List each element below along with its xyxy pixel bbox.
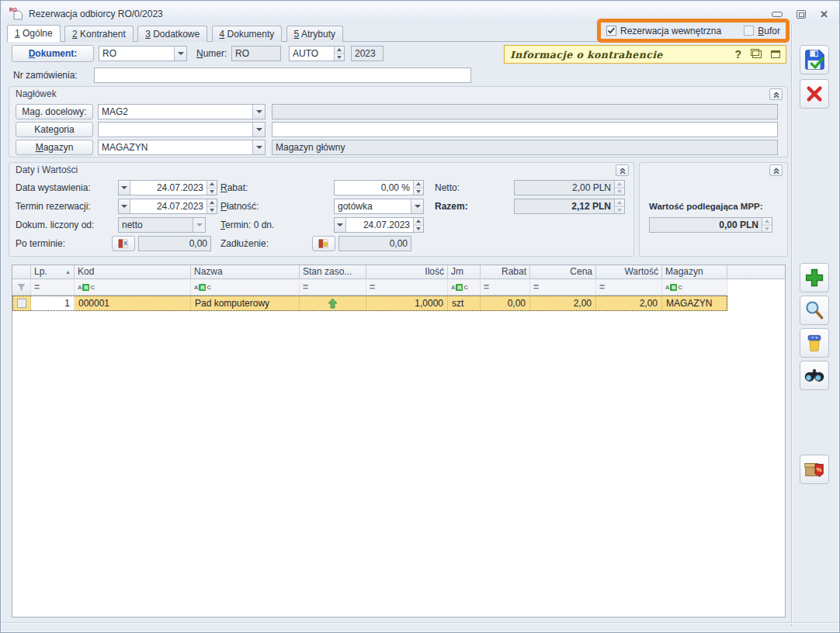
chevron-down-icon[interactable]: [174, 47, 186, 61]
filter-cell-magazyn[interactable]: ABC: [662, 279, 727, 296]
cell-lp: 1: [31, 296, 75, 311]
kategoria-button[interactable]: Kategoria: [16, 122, 93, 137]
edit-item-button[interactable]: [800, 296, 829, 325]
save-button[interactable]: [800, 45, 829, 74]
data-wystawienia-datepicker[interactable]: 24.07.2023: [118, 180, 217, 195]
magnifier-icon: [804, 299, 825, 321]
calendar-dropdown-icon[interactable]: [119, 199, 130, 213]
grid-row[interactable]: 1000001Pad komputerowy1,0000szt0,002,002…: [12, 296, 727, 311]
add-item-button[interactable]: [800, 263, 829, 292]
tab-dokumenty[interactable]: 4 Dokumenty: [212, 26, 283, 42]
spinner-icon[interactable]: [413, 218, 423, 232]
cell-sel: [12, 296, 31, 311]
filter-cell-jm[interactable]: ABC: [448, 279, 481, 296]
column-header-wartosc[interactable]: Wartość: [596, 265, 662, 279]
filter-cell-ilosc[interactable]: =: [366, 279, 448, 296]
grid-filter-row: =ABCABC==ABC===ABC: [12, 279, 785, 296]
collapse-daty-button[interactable]: [616, 164, 629, 176]
filter-cell-wartosc[interactable]: =: [596, 279, 662, 296]
calendar-dropdown-icon[interactable]: [335, 218, 346, 232]
order-number-label: Nr zamówienia:: [13, 70, 78, 81]
po-terminie-report-button[interactable]: [112, 236, 135, 251]
collapse-mpp-button[interactable]: [769, 164, 783, 176]
mag-docelowy-combo[interactable]: MAG2: [98, 104, 266, 119]
daty-title: Daty i Wartości: [16, 164, 78, 175]
spinner-icon[interactable]: [413, 181, 423, 195]
contractor-info-banner[interactable]: Informacje o kontrahencie ?: [504, 45, 786, 64]
chevron-down-icon[interactable]: [252, 105, 265, 119]
mpp-label: Wartość podlegająca MPP:: [649, 202, 763, 211]
restore-icon[interactable]: [797, 10, 806, 19]
find-item-button[interactable]: [800, 361, 829, 390]
calendar-dropdown-icon[interactable]: [119, 181, 130, 195]
internal-reservation-label: Rezerwacja wewnętrzna: [620, 26, 721, 36]
naglowek-title: Nagłówek: [16, 88, 57, 99]
column-header-stan[interactable]: Stan zaso...: [300, 265, 366, 279]
dokum-liczony-label: Dokum. liczony od:: [16, 220, 94, 230]
column-header-cena[interactable]: Cena: [530, 265, 596, 279]
filter-cell-kod[interactable]: ABC: [75, 279, 191, 296]
column-header-magazyn[interactable]: Magazyn: [662, 265, 727, 279]
column-header-nazwa[interactable]: Nazwa: [191, 265, 300, 279]
filter-cell-sel[interactable]: [12, 279, 31, 296]
help-icon[interactable]: ?: [734, 48, 741, 61]
minimize-icon[interactable]: [772, 12, 783, 17]
tab-kontrahent[interactable]: 2 Kontrahent: [64, 26, 134, 42]
column-header-lp[interactable]: Lp.▲: [31, 265, 75, 279]
spinner-icon[interactable]: [207, 199, 217, 213]
platnosc-combo[interactable]: gotówka: [334, 199, 424, 214]
spinner-icon[interactable]: [207, 181, 217, 195]
column-header-ilosc[interactable]: Ilość: [366, 265, 448, 279]
tab-atrybuty[interactable]: 5 Atrybuty: [286, 26, 343, 42]
restore-pane-icon[interactable]: [752, 50, 762, 58]
column-header-jm[interactable]: Jm: [448, 265, 481, 279]
column-header-kod[interactable]: Kod: [75, 265, 191, 279]
magazyn-button[interactable]: Magazyn: [16, 140, 93, 155]
spinner-icon[interactable]: [334, 47, 344, 61]
termin-rezerwacji-datepicker[interactable]: 24.07.2023: [118, 199, 217, 214]
internal-reservation-checkbox[interactable]: [606, 26, 616, 36]
mag-docelowy-button[interactable]: Mag. docelowy:: [16, 104, 93, 119]
svg-text:RO: RO: [9, 7, 17, 12]
netto-label: Netto:: [435, 182, 460, 193]
column-header-rabat[interactable]: Rabat: [481, 265, 530, 279]
grid-header-row: Lp.▲KodNazwaStan zaso...IlośćJmRabatCena…: [12, 265, 785, 279]
column-header-sel[interactable]: [12, 265, 31, 279]
dokument-button[interactable]: Dokument:: [12, 45, 94, 62]
chevron-down-icon[interactable]: [252, 140, 265, 154]
filter-cell-rabat[interactable]: =: [481, 279, 530, 296]
mag-docelowy-description: [272, 104, 778, 119]
termin-datepicker[interactable]: 24.07.2023: [334, 217, 424, 233]
chevron-down-icon[interactable]: [411, 199, 423, 213]
magazyn-combo[interactable]: MAGAZYN: [98, 140, 266, 155]
collapse-naglowek-button[interactable]: [769, 88, 783, 100]
filter-cell-stan[interactable]: =: [300, 279, 366, 296]
kategoria-combo[interactable]: [98, 122, 266, 137]
equals-filter-icon: =: [34, 282, 40, 292]
annotation-highlight: Rezerwacja wewnętrzna Bufor: [597, 19, 790, 43]
maximize-pane-icon[interactable]: [771, 50, 780, 58]
filter-cell-lp[interactable]: =: [31, 279, 75, 296]
number-auto-field[interactable]: AUTO: [289, 46, 345, 61]
row-checkbox[interactable]: [17, 299, 26, 308]
close-icon[interactable]: ✕: [820, 9, 828, 19]
chevron-double-up-icon: [619, 167, 627, 175]
filter-cell-cena[interactable]: =: [530, 279, 596, 296]
zadluzenie-report-button[interactable]: [312, 236, 335, 251]
rabat-field[interactable]: 0,00 %: [334, 180, 424, 195]
cancel-x-icon: [804, 84, 824, 104]
delete-item-button[interactable]: [800, 328, 829, 358]
tab-ogolne[interactable]: 1 Ogólne: [7, 25, 61, 42]
document-type-combo[interactable]: RO: [99, 46, 187, 61]
buffer-checkbox[interactable]: [744, 26, 754, 36]
ledger-book-icon: [116, 238, 130, 249]
tab-dodatkowe[interactable]: 3 Dodatkowe: [137, 26, 207, 42]
column-header-filler: [727, 265, 785, 279]
promotions-button[interactable]: %: [800, 455, 829, 484]
kategoria-description[interactable]: [272, 122, 778, 137]
order-number-input[interactable]: [94, 67, 471, 83]
cancel-button[interactable]: [800, 79, 829, 109]
filter-cell-nazwa[interactable]: ABC: [191, 279, 300, 296]
zadluzenie-label: Zadłużenie:: [220, 238, 269, 249]
chevron-down-icon[interactable]: [252, 123, 265, 137]
